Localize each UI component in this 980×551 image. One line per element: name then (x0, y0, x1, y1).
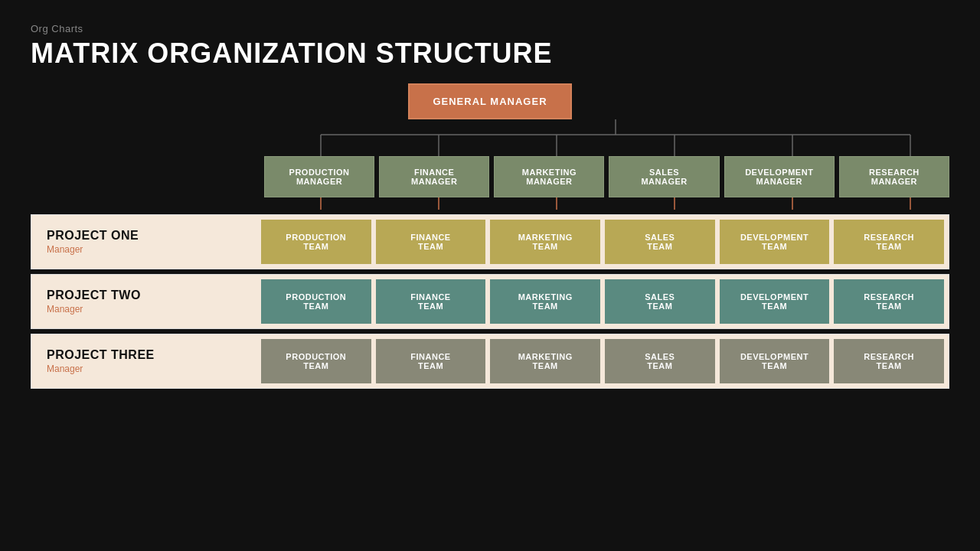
manager-box-5: RESEARCH MANAGER (839, 156, 949, 197)
project-name-0: PROJECT ONE (47, 229, 246, 243)
team-box-1-2: MARKETING TEAM (490, 279, 600, 324)
team-box-0-0: PRODUCTION TEAM (261, 220, 371, 264)
project-name-2: PROJECT THREE (47, 348, 246, 362)
team-box-0-3: SALES TEAM (605, 220, 715, 264)
project-row-2: PROJECT THREEManagerPRODUCTION TEAMFINAN… (31, 334, 949, 389)
team-box-2-1: FINANCE TEAM (376, 339, 486, 383)
top-connectors (264, 119, 949, 156)
project-name-1: PROJECT TWO (47, 289, 246, 302)
team-box-2-2: MARKETING TEAM (490, 339, 600, 383)
manager-box-4: DEVELOPMENT MANAGER (724, 156, 835, 197)
gm-box: GENERAL MANAGER (408, 83, 571, 119)
project-rows: PROJECT ONEManagerPRODUCTION TEAMFINANCE… (31, 214, 949, 389)
page: Org Charts MATRIX ORGANIZATION STRUCTURE… (0, 0, 980, 551)
manager-box-0: PRODUCTION MANAGER (264, 156, 374, 197)
subtitle: Org Charts (31, 23, 949, 34)
team-cells-0: PRODUCTION TEAMFINANCE TEAMMARKETING TEA… (261, 215, 949, 269)
team-box-0-2: MARKETING TEAM (490, 220, 600, 264)
team-box-0-4: DEVELOPMENT TEAM (720, 220, 830, 264)
manager-box-1: FINANCE MANAGER (379, 156, 489, 197)
manager-box-2: MARKETING MANAGER (494, 156, 604, 197)
team-box-0-5: RESEARCH TEAM (834, 220, 944, 264)
mid-connectors (264, 197, 949, 210)
team-box-2-4: DEVELOPMENT TEAM (720, 339, 830, 383)
project-label-0: PROJECT ONEManager (31, 221, 261, 262)
team-box-0-1: FINANCE TEAM (376, 220, 486, 264)
main-title: MATRIX ORGANIZATION STRUCTURE (31, 37, 949, 70)
project-manager-label-2: Manager (47, 364, 246, 374)
manager-box-3: SALES MANAGER (609, 156, 719, 197)
team-box-1-1: FINANCE TEAM (376, 279, 486, 324)
gm-row: GENERAL MANAGER (31, 83, 949, 119)
project-row-1: PROJECT TWOManagerPRODUCTION TEAMFINANCE… (31, 274, 949, 329)
team-box-2-0: PRODUCTION TEAM (261, 339, 371, 383)
project-manager-label-0: Manager (47, 244, 246, 255)
team-box-2-3: SALES TEAM (605, 339, 715, 383)
team-box-1-4: DEVELOPMENT TEAM (720, 279, 830, 324)
team-box-1-0: PRODUCTION TEAM (261, 279, 371, 324)
project-row-0: PROJECT ONEManagerPRODUCTION TEAMFINANCE… (31, 214, 949, 269)
managers-row: PRODUCTION MANAGERFINANCE MANAGERMARKETI… (264, 156, 949, 197)
team-box-2-5: RESEARCH TEAM (834, 339, 944, 383)
project-label-1: PROJECT TWOManager (31, 281, 261, 322)
project-manager-label-1: Manager (47, 304, 246, 315)
org-chart: GENERAL MANAGER PROD (31, 83, 949, 389)
team-cells-1: PRODUCTION TEAMFINANCE TEAMMARKETING TEA… (261, 275, 949, 328)
team-cells-2: PRODUCTION TEAMFINANCE TEAMMARKETING TEA… (261, 334, 949, 388)
team-box-1-3: SALES TEAM (605, 279, 715, 324)
team-box-1-5: RESEARCH TEAM (834, 279, 944, 324)
project-label-2: PROJECT THREEManager (31, 341, 261, 382)
